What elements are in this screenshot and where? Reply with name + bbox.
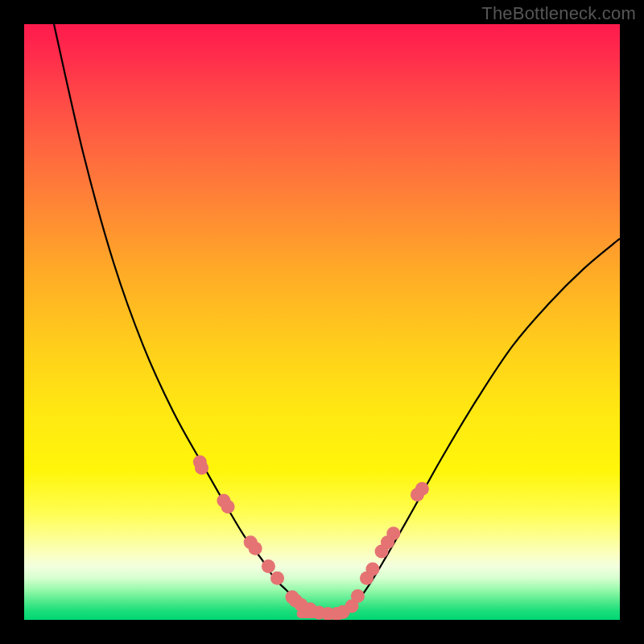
watermark-text: TheBottleneck.com bbox=[481, 3, 636, 24]
data-point bbox=[415, 482, 429, 496]
data-point bbox=[270, 572, 284, 585]
data-point bbox=[195, 461, 208, 475]
data-point bbox=[249, 542, 262, 555]
data-point bbox=[351, 589, 365, 603]
chart-frame: TheBottleneck.com bbox=[0, 0, 644, 644]
dots-group bbox=[193, 455, 429, 620]
data-point bbox=[221, 500, 235, 514]
curve-group bbox=[54, 24, 620, 614]
data-point bbox=[386, 526, 400, 540]
data-point bbox=[365, 563, 379, 576]
left-curve bbox=[54, 24, 322, 614]
plot-area bbox=[24, 24, 620, 620]
chart-overlay bbox=[24, 24, 620, 620]
data-point bbox=[262, 559, 275, 573]
